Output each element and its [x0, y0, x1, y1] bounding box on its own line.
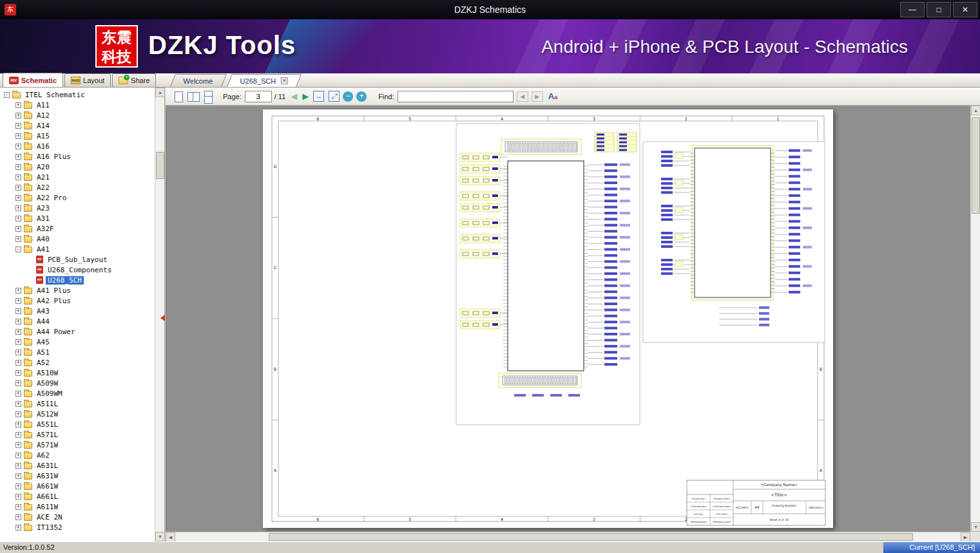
tree-item-pcb-sub-layout[interactable]: PCB_Sub_layout — [0, 254, 155, 265]
tree-expander-icon[interactable]: + — [15, 504, 21, 510]
tree-expander-icon[interactable]: + — [15, 350, 21, 355]
scroll-up-icon[interactable]: ▲ — [971, 106, 980, 115]
doc-tab-welcome[interactable]: Welcome — [170, 74, 227, 87]
main-tab-layout[interactable]: Layout — [64, 73, 111, 87]
tree-item-a14[interactable]: +A14 — [0, 120, 155, 131]
next-page-icon[interactable]: ▶ — [302, 91, 309, 101]
tree-expander-icon[interactable]: + — [15, 432, 21, 438]
content-vertical-scrollbar[interactable]: ▲ ▼ — [970, 106, 980, 532]
minimize-button[interactable]: — — [900, 2, 925, 17]
tree-expander-icon[interactable]: + — [15, 205, 21, 211]
scroll-up-icon[interactable]: ▲ — [155, 88, 165, 97]
tree-expander-icon[interactable]: + — [15, 236, 21, 242]
close-button[interactable]: ✕ — [953, 2, 977, 17]
tree-expander-icon[interactable]: + — [15, 422, 21, 427]
tree-item-a22-pro[interactable]: +A22 Pro — [0, 192, 155, 203]
tree-expander-icon[interactable]: + — [15, 391, 21, 397]
tree-item-a51[interactable]: +A51 — [0, 347, 155, 357]
fit-page-icon[interactable]: ⤢ — [329, 91, 340, 102]
tree-item-a631l[interactable]: +A631L — [0, 460, 155, 471]
tree-item-a45[interactable]: +A45 — [0, 337, 155, 347]
tree-item-a16-plus[interactable]: +A16 Plus — [0, 151, 155, 162]
text-size-icon[interactable]: Aa — [548, 91, 557, 101]
tree-item-it1352[interactable]: +IT1352 — [0, 522, 155, 532]
tree-item-a511l[interactable]: +A511L — [0, 398, 155, 409]
tree-item-a22[interactable]: +A22 — [0, 182, 155, 192]
tree-expander-icon[interactable]: + — [15, 514, 21, 520]
tree-expander-icon[interactable]: + — [15, 102, 21, 108]
tree-expander-icon[interactable]: + — [15, 123, 21, 129]
two-page-view-icon[interactable] — [187, 90, 200, 103]
tree-expander-icon[interactable]: + — [15, 144, 21, 149]
tree-expander-icon[interactable]: + — [15, 380, 21, 386]
tree-item-a52[interactable]: +A52 — [0, 357, 155, 368]
fit-width-icon[interactable]: ↔ — [313, 91, 324, 102]
main-tab-share[interactable]: Share — [112, 73, 156, 87]
tree-item-a12[interactable]: +A12 — [0, 110, 155, 120]
tree-item-a44-power[interactable]: +A44 Power — [0, 326, 155, 337]
tree-expander-icon[interactable]: + — [15, 133, 21, 139]
scroll-down-icon[interactable]: ▼ — [971, 522, 980, 532]
tree-item-a44[interactable]: +A44 — [0, 316, 155, 326]
tree-item-a23[interactable]: +A23 — [0, 203, 155, 213]
tree-expander-icon[interactable]: + — [15, 473, 21, 479]
page-number-input[interactable] — [245, 91, 272, 102]
tree-item-a510w[interactable]: +A510W — [0, 368, 155, 378]
tree-expander-icon[interactable]: + — [15, 329, 21, 335]
tree-expander-icon[interactable]: + — [15, 113, 21, 118]
tree-item-a661l[interactable]: +A661L — [0, 491, 155, 501]
tree-item-a509wm[interactable]: +A509WM — [0, 388, 155, 398]
tree-item-a551l[interactable]: +A551L — [0, 419, 155, 429]
tree-expander-icon[interactable]: + — [15, 339, 21, 345]
tree-scrollbar-thumb[interactable] — [156, 152, 164, 179]
tab-close-icon[interactable]: × — [280, 77, 287, 84]
tree-item-a32f[interactable]: +A32F — [0, 223, 155, 234]
schematic-viewport[interactable]: 665544332211DDCCBBAA<Drawn By><Drawn Dat… — [166, 106, 970, 532]
tree-item-a31[interactable]: +A31 — [0, 213, 155, 223]
content-hscroll-thumb[interactable] — [269, 533, 913, 541]
tree-item-a571w[interactable]: +A571W — [0, 440, 155, 450]
tree-item-a611w[interactable]: +A611W — [0, 501, 155, 512]
tree-expander-icon[interactable]: + — [15, 370, 21, 376]
tree-item-a42-plus[interactable]: +A42 Plus — [0, 295, 155, 306]
tree-expander-icon[interactable]: + — [15, 154, 21, 160]
tree-expander-icon[interactable]: + — [15, 494, 21, 500]
single-page-view-icon[interactable] — [172, 90, 185, 103]
tree-item-a40[interactable]: +A40 — [0, 234, 155, 244]
tree-item-a43[interactable]: +A43 — [0, 306, 155, 316]
previous-page-icon[interactable]: ◀ — [291, 91, 297, 101]
tree-expander-icon[interactable]: + — [15, 164, 21, 170]
tree-item-a509w[interactable]: +A509W — [0, 378, 155, 388]
content-vscroll-thumb[interactable] — [972, 117, 980, 214]
main-tab-schematic[interactable]: Schematic — [3, 73, 63, 87]
tree-item-a631w[interactable]: +A631W — [0, 471, 155, 481]
tree-expander-icon[interactable]: + — [15, 483, 21, 489]
tree-item-a41-plus[interactable]: +A41 Plus — [0, 285, 155, 295]
tree-expander-icon[interactable]: - — [4, 92, 10, 98]
tree-expander-icon[interactable]: + — [15, 226, 21, 232]
tree-expander-icon[interactable]: + — [15, 442, 21, 448]
tree-item-a11[interactable]: +A11 — [0, 100, 155, 110]
tree-item-u268-components[interactable]: U268_Components — [0, 265, 155, 275]
tree-item-a62[interactable]: +A62 — [0, 450, 155, 460]
tree-expander-icon[interactable]: + — [15, 319, 21, 324]
tree-item-a21[interactable]: +A21 — [0, 172, 155, 182]
tree-expander-icon[interactable]: + — [15, 288, 21, 294]
schematic-page[interactable]: 665544332211DDCCBBAA<Drawn By><Drawn Dat… — [263, 109, 833, 528]
tree-item-a512w[interactable]: +A512W — [0, 409, 155, 419]
scroll-down-icon[interactable]: ▼ — [155, 532, 165, 541]
tree-expander-icon[interactable]: + — [15, 401, 21, 407]
continuous-view-icon[interactable] — [202, 90, 215, 103]
scroll-right-icon[interactable]: ▶ — [961, 532, 970, 542]
tree-item-a20[interactable]: +A20 — [0, 162, 155, 172]
tree-expander-icon[interactable]: + — [15, 360, 21, 366]
tree-item-itel-schematic[interactable]: -ITEL Schematic — [0, 89, 155, 100]
panel-collapse-arrow[interactable] — [160, 315, 165, 321]
tree-item-u268-sch[interactable]: U268_SCH — [0, 275, 155, 285]
tree-expander-icon[interactable]: + — [15, 298, 21, 304]
tree-expander-icon[interactable]: + — [15, 525, 21, 530]
tree-item-a661w[interactable]: +A661W — [0, 481, 155, 491]
tree-expander-icon[interactable]: + — [15, 453, 21, 458]
tree-item-a15[interactable]: +A15 — [0, 131, 155, 141]
tree-expander-icon[interactable]: + — [15, 411, 21, 417]
